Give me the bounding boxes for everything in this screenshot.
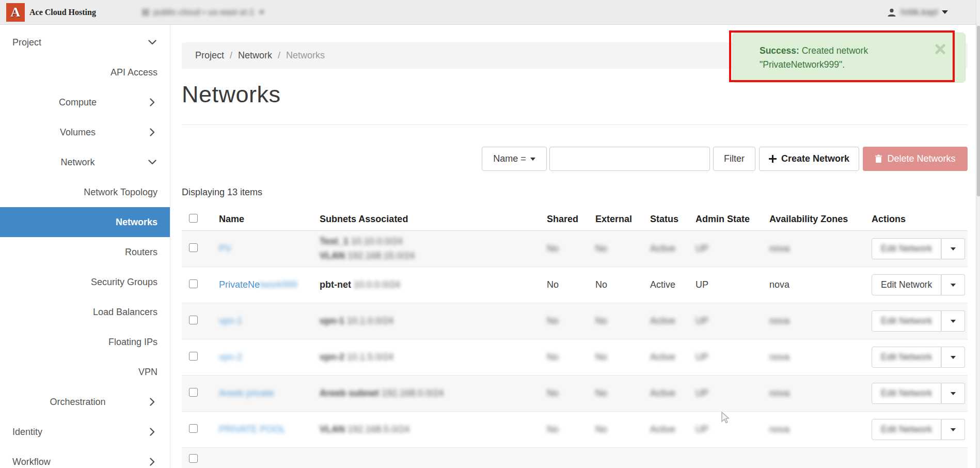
sidebar-item-network[interactable]: Network [0,147,170,177]
external-cell: No [595,279,650,290]
table-row: PVTest_1 10.10.0.0/24VLAN 192.168.15.0/2… [182,231,968,267]
subnets-cell: pbt-net 10.0.0.0/24 [320,278,547,292]
sidebar-item-floating-ips[interactable]: Floating IPs [0,327,170,357]
plus-icon [769,155,777,163]
chevron-right-icon [148,429,156,434]
page-title: Networks [182,81,968,108]
edit-network-button[interactable]: Edit Network [872,383,941,404]
table-row: PrivateNetwork999pbt-net 10.0.0.0/24NoNo… [182,267,968,303]
user-menu[interactable]: hritik.kapl [887,7,948,18]
edit-network-button[interactable]: Edit Network [872,274,941,295]
subnets-cell: vpn-2 10.1.5.0/24 [320,350,547,365]
row-checkbox[interactable] [189,454,198,463]
row-checkbox[interactable] [189,316,198,324]
close-icon[interactable] [935,44,945,54]
sidebar-item-label: Network [0,157,170,168]
create-network-button[interactable]: Create Network [759,147,859,171]
table-actions-bar: Name = Filter Create Network Delete Netw… [182,147,968,171]
scrollbar-thumb[interactable] [977,26,980,196]
filter-search-input[interactable] [549,147,710,171]
sidebar-item-label: Compute [0,97,170,108]
admin-state-cell: UP [696,279,769,290]
row-checkbox[interactable] [189,279,198,288]
network-name-link[interactable]: vpn-2 [219,352,320,363]
chevron-down-icon [148,160,156,165]
breadcrumb-link-network[interactable]: Network [238,50,272,61]
row-actions-dropdown[interactable] [941,310,965,332]
edit-network-button[interactable]: Edit Network [872,419,941,440]
sidebar-item-workflow[interactable]: Workflow [0,447,170,468]
sidebar-item-vpn[interactable]: VPN [0,357,170,387]
status-cell: Active [650,388,696,399]
subnets-cell: Areeb subnet 192.168.0.0/24 [320,386,547,401]
row-checkbox[interactable] [189,388,198,397]
breadcrumb-current: Networks [286,50,325,61]
brand-logo-icon: A [6,3,25,22]
status-cell: Active [650,279,696,290]
actions-cell: Edit Network [872,347,968,368]
actions-cell: Edit Network [872,274,968,295]
chevron-down-icon [530,158,535,161]
shared-cell: No [547,388,595,399]
actions-cell: Edit Network [872,238,968,259]
edit-network-button[interactable]: Edit Network [872,238,941,259]
admin-state-cell: UP [696,352,769,363]
external-cell: No [595,243,650,254]
availability-zones-cell: nova [769,352,872,363]
network-name-link[interactable]: PV [219,243,320,254]
row-actions-dropdown[interactable] [941,238,965,259]
shared-cell: No [547,352,595,363]
network-name-link[interactable]: vpn-1 [219,316,320,326]
sidebar-item-api-access[interactable]: API Access [0,57,170,87]
subnets-cell: vpn-1 10.1.0.0/24 [320,314,547,329]
brand-link[interactable]: A Ace Cloud Hosting [6,3,96,22]
sidebar-item-network-topology[interactable]: Network Topology [0,177,170,207]
project-selector[interactable]: public-cloud • us-east-st-1 [143,7,264,18]
row-actions-dropdown[interactable] [941,347,965,368]
breadcrumb-link-project[interactable]: Project [195,50,224,61]
chevron-down-icon [942,10,948,14]
network-name-link[interactable]: Areeb private [219,388,320,399]
row-checkbox[interactable] [189,352,198,361]
network-name-link[interactable]: PRIVATE POOL [219,424,320,435]
filter-button[interactable]: Filter [713,147,755,171]
breadcrumb-separator: / [278,50,280,61]
select-all-checkbox[interactable] [189,214,198,223]
edit-network-button[interactable]: Edit Network [872,347,941,368]
table-row: vpn-1vpn-1 10.1.0.0/24NoNoActiveUPnovaEd… [182,303,968,339]
sidebar-item-orchestration[interactable]: Orchestration [0,387,170,417]
status-cell: Active [650,243,696,254]
row-actions-dropdown[interactable] [941,274,965,295]
edit-network-button[interactable]: Edit Network [872,310,941,332]
row-actions-dropdown[interactable] [941,419,965,440]
subnets-cell: Test_1 10.10.0.0/24VLAN 192.168.15.0/24 [320,235,547,263]
availability-zones-cell: nova [769,279,872,290]
actions-cell: Edit Network [872,310,968,332]
networks-table: Name Subnets Associated Shared External … [182,208,968,468]
caret-down-icon [951,320,956,323]
row-actions-dropdown[interactable] [941,383,965,404]
sidebar-item-compute[interactable]: Compute [0,87,170,117]
sidebar-item-label: Orchestration [0,397,170,408]
items-count: Displaying 13 items [182,187,968,198]
sidebar-item-volumes[interactable]: Volumes [0,117,170,147]
network-name-link[interactable]: PrivateNetwork999 [219,279,320,290]
row-checkbox[interactable] [189,243,198,252]
sidebar-item-label: Floating IPs [0,337,170,348]
delete-networks-button[interactable]: Delete Networks [863,147,968,171]
sidebar-item-load-balancers[interactable]: Load Balancers [0,297,170,327]
shared-cell: No [547,243,595,254]
main-content: Project / Network / Networks Networks Na… [170,25,976,468]
horizon-dashboard: A Ace Cloud Hosting public-cloud • us-ea… [0,0,980,468]
admin-state-cell: UP [696,388,769,399]
filter-field-dropdown[interactable]: Name = [482,147,547,171]
row-checkbox[interactable] [189,424,198,433]
column-header-shared: Shared [547,214,595,225]
availability-zones-cell: nova [769,424,872,435]
sidebar-item-project[interactable]: Project [0,27,170,57]
sidebar-item-identity[interactable]: Identity [0,417,170,447]
sidebar-item-security-groups[interactable]: Security Groups [0,267,170,297]
sidebar-item-networks[interactable]: Networks [0,207,170,237]
chevron-down-icon [259,11,264,14]
sidebar-item-routers[interactable]: Routers [0,237,170,267]
